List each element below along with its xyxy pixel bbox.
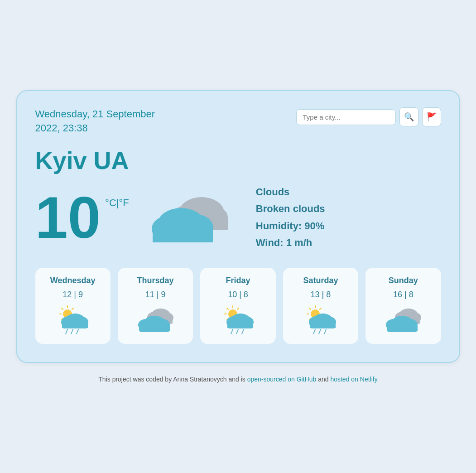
- forecast-card-saturday: Saturday 13 | 8: [283, 268, 358, 344]
- svg-rect-66: [310, 325, 336, 328]
- header-row: Wednesday, 21 September 2022, 23:38 🔍 🚩: [35, 107, 441, 135]
- svg-rect-35: [139, 328, 170, 332]
- current-weather: 10 °C|°F Clouds Broken cloud: [35, 183, 441, 251]
- svg-line-43: [237, 308, 239, 309]
- condition-line2: Broken clouds: [256, 200, 325, 217]
- city-name: Kyiv UA: [35, 146, 441, 174]
- svg-line-58: [309, 308, 311, 309]
- forecast-temps-4: 16 | 8: [393, 290, 413, 299]
- weather-card: Wednesday, 21 September 2022, 23:38 🔍 🚩 …: [16, 90, 460, 362]
- svg-line-24: [71, 329, 73, 334]
- svg-line-50: [231, 329, 233, 334]
- github-link[interactable]: open-sourced on GitHub: [247, 376, 317, 383]
- forecast-temps-2: 10 | 8: [228, 290, 248, 299]
- netlify-link[interactable]: hosted on Netlify: [330, 376, 377, 383]
- temperature-value: 10: [35, 188, 101, 247]
- datetime-text: Wednesday, 21 September 2022, 23:38: [35, 108, 155, 134]
- forecast-day-4: Sunday: [389, 276, 418, 285]
- search-area: 🔍 🚩: [296, 107, 441, 126]
- svg-line-60: [320, 308, 321, 309]
- forecast-card-friday: Friday 10 | 8: [200, 268, 275, 344]
- forecast-day-3: Saturday: [303, 276, 338, 285]
- svg-line-41: [227, 308, 228, 309]
- search-icon: 🔍: [404, 112, 414, 122]
- forecast-icon-1: [137, 304, 173, 336]
- svg-line-67: [313, 329, 315, 334]
- humidity: Humidity: 90%: [256, 217, 325, 234]
- svg-line-25: [77, 329, 78, 334]
- search-input[interactable]: [296, 109, 396, 125]
- temperature-block: 10 °C|°F: [35, 188, 129, 247]
- svg-line-51: [236, 329, 238, 334]
- forecast-card-thursday: Thursday 11 | 9: [118, 268, 193, 344]
- svg-rect-79: [387, 328, 418, 332]
- svg-line-69: [324, 329, 326, 334]
- svg-line-52: [242, 329, 244, 334]
- forecast-day-0: Wednesday: [50, 276, 96, 285]
- forecast-day-1: Thursday: [137, 276, 174, 285]
- forecast-icon-2: [220, 304, 256, 336]
- forecast-row: Wednesday 12 | 9: [35, 268, 441, 344]
- forecast-card-sunday: Sunday 16 | 8: [365, 268, 441, 344]
- current-weather-icon: [147, 188, 229, 247]
- svg-rect-8: [153, 233, 213, 242]
- forecast-temps-1: 11 | 9: [145, 290, 166, 299]
- forecast-day-2: Friday: [226, 276, 250, 285]
- weather-description: Clouds Broken clouds Humidity: 90% Wind:…: [256, 183, 325, 251]
- svg-line-16: [72, 308, 73, 309]
- forecast-temps-0: 12 | 9: [63, 290, 83, 299]
- forecast-icon-4: [385, 304, 421, 336]
- flag-button[interactable]: 🚩: [422, 107, 441, 126]
- forecast-icon-0: [55, 304, 91, 336]
- datetime-display: Wednesday, 21 September 2022, 23:38: [35, 107, 155, 135]
- svg-rect-49: [227, 325, 253, 328]
- temperature-units: °C|°F: [105, 197, 129, 209]
- footer-text-before: This project was coded by Anna Stratanov…: [98, 376, 247, 383]
- footer-text-middle: and: [316, 376, 330, 383]
- wind: Wind: 1 m/h: [256, 234, 325, 251]
- search-button[interactable]: 🔍: [399, 107, 418, 126]
- svg-rect-22: [62, 325, 88, 328]
- forecast-card-wednesday: Wednesday 12 | 9: [35, 268, 111, 344]
- forecast-icon-3: [303, 304, 339, 336]
- footer: This project was coded by Anna Stratanov…: [98, 376, 377, 383]
- flag-icon: 🚩: [427, 112, 437, 122]
- svg-line-68: [319, 329, 321, 334]
- svg-line-23: [66, 329, 67, 334]
- condition-line1: Clouds: [256, 183, 325, 200]
- forecast-temps-3: 13 | 8: [311, 290, 331, 299]
- svg-line-14: [62, 308, 63, 309]
